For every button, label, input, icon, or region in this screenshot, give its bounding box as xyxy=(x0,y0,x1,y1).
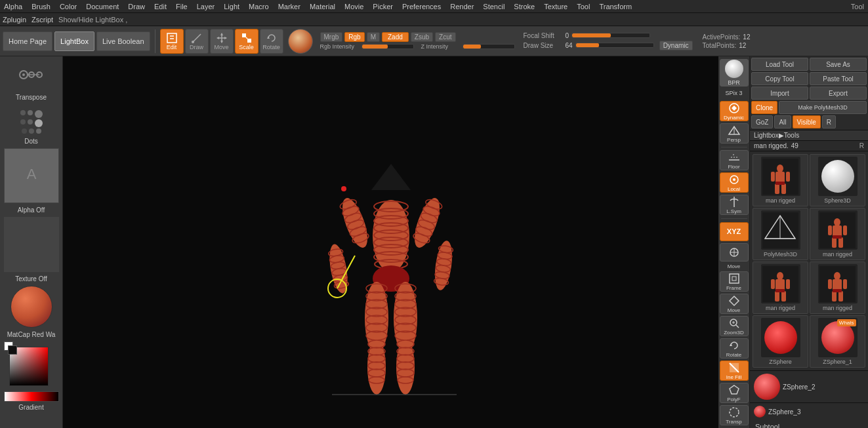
zcut-btn[interactable]: Zcut xyxy=(435,32,455,42)
lightbox-btn[interactable]: LightBox xyxy=(54,31,94,51)
color-picker[interactable] xyxy=(4,341,59,387)
paste-tool-btn[interactable]: Paste Tool xyxy=(810,72,867,85)
svg-line-11 xyxy=(246,37,247,39)
menu-render[interactable]: Render xyxy=(449,3,475,10)
menu-tool[interactable]: Tool xyxy=(575,3,591,10)
rotate3d-btn[interactable]: Rotate xyxy=(720,338,749,359)
rgb-intensity-slider[interactable] xyxy=(362,44,414,49)
r2-label[interactable]: R xyxy=(859,142,864,149)
focal-shift-label: Focal Shift xyxy=(524,32,563,39)
ine-fill-btn[interactable]: Ine Fill xyxy=(720,360,749,381)
menu-document[interactable]: Document xyxy=(85,3,120,10)
tool-thumb-zsphere-main[interactable]: ZSphere xyxy=(753,315,808,368)
viewport[interactable]: ▲▼ xyxy=(63,56,718,428)
material-ball[interactable] xyxy=(288,29,313,54)
menu-marker[interactable]: Marker xyxy=(277,3,302,10)
menu-layer[interactable]: Layer xyxy=(196,3,217,10)
load-tool-btn[interactable]: Load Tool xyxy=(751,58,808,71)
tool-thumb-label-polymesh3d: PolyMesh3D xyxy=(764,251,797,258)
matcap-ball[interactable] xyxy=(10,286,52,328)
visible-btn[interactable]: Visible xyxy=(793,115,821,128)
tool-thumb-man-rigged-1[interactable]: man rigged xyxy=(753,154,808,206)
gradient-preview[interactable] xyxy=(4,391,59,402)
menu-alpha[interactable]: Alpha xyxy=(3,3,24,10)
all-btn[interactable]: All xyxy=(774,115,791,128)
zoom3d-btn[interactable]: Zoom3D xyxy=(720,316,749,336)
menu-color[interactable]: Color xyxy=(58,3,78,10)
rgb-btn[interactable]: Rgb xyxy=(344,32,364,42)
menu-texture[interactable]: Texture xyxy=(543,3,569,10)
tool-thumb-zsphere-1[interactable]: Whats ZSphere_1 xyxy=(810,315,865,368)
menu-stencil[interactable]: Stencil xyxy=(482,3,506,10)
move-btn[interactable]: Move xyxy=(210,29,234,54)
menu-light[interactable]: Light xyxy=(222,3,241,10)
zsphere-3-label[interactable]: ZSphere_3 xyxy=(768,408,800,416)
local-btn[interactable]: Local xyxy=(720,172,749,193)
live-boolean-btn[interactable]: Live Boolean xyxy=(96,31,150,51)
subtool-list: Subtool Geometry Layers FiberMesh Previe… xyxy=(750,420,868,428)
dots-area[interactable] xyxy=(18,107,45,137)
menu-edit[interactable]: Edit xyxy=(153,3,168,10)
svg-rect-138 xyxy=(771,279,775,289)
lightbox-tools-label[interactable]: Lightbox▶Tools xyxy=(754,132,799,139)
menu-movie[interactable]: Movie xyxy=(343,3,365,10)
transp-btn[interactable]: Transp xyxy=(720,405,749,425)
scale-btn[interactable]: Scale xyxy=(235,29,258,54)
svg-rect-142 xyxy=(775,289,785,292)
clone-btn[interactable]: Clone xyxy=(751,101,777,114)
dynamic-mode-btn[interactable]: Dynamic xyxy=(720,101,749,121)
zsub-btn[interactable]: Zsub xyxy=(411,32,433,42)
man-rigged-name: man rigged. xyxy=(754,142,789,149)
zplugin-label[interactable]: Zplugin xyxy=(3,16,26,24)
alpha-off-slot[interactable]: A xyxy=(4,148,59,203)
spix-label: SPix xyxy=(725,90,737,96)
tool-thumb-man-rigged-4[interactable]: man rigged xyxy=(810,262,865,314)
transp-label: Transp xyxy=(726,419,742,425)
mrgb-btn[interactable]: Mrgb xyxy=(320,32,343,42)
import-btn[interactable]: Import xyxy=(751,87,808,100)
menu-file[interactable]: File xyxy=(175,3,189,10)
focal-shift-slider[interactable] xyxy=(571,33,650,38)
tool-thumb-polymesh3d[interactable]: PolyMesh3D xyxy=(753,208,808,260)
r-btn[interactable]: R xyxy=(822,115,836,128)
goz-btn[interactable]: GoZ xyxy=(751,115,773,128)
draw-size-slider[interactable] xyxy=(575,43,654,48)
move2-btn[interactable]: Move xyxy=(720,294,749,314)
z-intensity-slider[interactable] xyxy=(463,44,515,49)
subtool-item-subtool[interactable]: Subtool xyxy=(750,420,868,428)
lsym-btn[interactable]: L.Sym xyxy=(720,195,749,215)
frame-btn[interactable]: Frame xyxy=(720,271,749,292)
home-page-btn[interactable]: Home Page xyxy=(3,31,52,51)
menu-material[interactable]: Material xyxy=(308,3,337,10)
menu-transform[interactable]: Transform xyxy=(598,3,633,10)
menu-preferences[interactable]: Preferences xyxy=(401,3,442,10)
texture-off-slot[interactable] xyxy=(4,217,59,272)
save-as-btn[interactable]: Save As xyxy=(810,58,867,71)
menu-macro[interactable]: Macro xyxy=(247,3,270,10)
make-polymesh3d-btn[interactable]: Make PolyMesh3D xyxy=(779,101,867,114)
menu-stroke[interactable]: Stroke xyxy=(512,3,536,10)
copy-tool-btn[interactable]: Copy Tool xyxy=(751,72,808,85)
zscript-label[interactable]: Zscript xyxy=(31,16,53,24)
menu-draw[interactable]: Draw xyxy=(127,3,146,10)
draw-btn[interactable]: Draw xyxy=(185,29,209,54)
zadd-btn[interactable]: Zadd xyxy=(382,32,409,42)
tool-thumb-sphere3d[interactable]: Sphere3D xyxy=(810,154,865,206)
export-btn[interactable]: Export xyxy=(810,87,867,100)
persp-btn[interactable]: Persp xyxy=(720,123,749,144)
m-btn[interactable]: M xyxy=(367,32,380,42)
tool-thumb-man-rigged-3[interactable]: man rigged xyxy=(753,262,808,314)
dynamic-btn[interactable]: Dynamic xyxy=(659,41,693,50)
bpr-btn[interactable]: BPR xyxy=(720,59,749,87)
edit-btn[interactable]: Edit xyxy=(160,29,184,54)
menu-picker[interactable]: Picker xyxy=(371,3,394,10)
floor-btn[interactable]: Floor xyxy=(720,150,749,170)
tool-thumb-man-rigged-2[interactable]: man rigged xyxy=(810,208,865,260)
polyf-btn[interactable]: PolyF xyxy=(720,383,749,403)
rotate-btn[interactable]: Rotate xyxy=(260,29,283,54)
move-3d-btn[interactable] xyxy=(720,243,749,262)
zsphere-2-label[interactable]: ZSphere_2 xyxy=(783,383,815,391)
menu-brush[interactable]: Brush xyxy=(30,3,52,10)
xyz-btn[interactable]: XYZ xyxy=(720,222,749,241)
transpose-icon-area[interactable] xyxy=(16,59,47,90)
